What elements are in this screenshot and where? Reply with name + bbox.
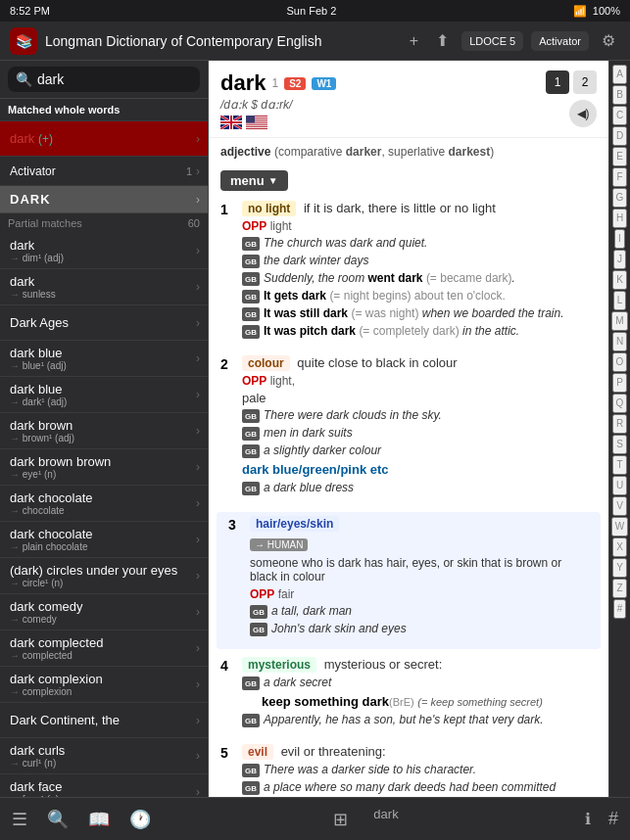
list-item[interactable]: dark → sunless › <box>0 269 208 305</box>
list-item[interactable]: dark chocolate → plain chocolate › <box>0 522 208 558</box>
matched-section-header: Matched whole words <box>0 99 208 121</box>
example-item: GB Suddenly, the room went dark (= becam… <box>242 271 597 286</box>
svg-rect-15 <box>246 127 267 128</box>
list-item[interactable]: dark complexion → complexion › <box>0 667 208 703</box>
entry-expand-button[interactable]: ⊞ <box>331 807 350 832</box>
superlative-value: darkest <box>448 145 490 159</box>
alpha-S[interactable]: S <box>612 435 627 454</box>
share-button[interactable]: ⬆ <box>431 29 454 52</box>
chevron-right-icon: › <box>196 677 200 691</box>
alpha-P[interactable]: P <box>612 373 627 393</box>
dict-selector-button[interactable]: LDOCE 5 <box>461 31 523 51</box>
example-item: GB It was pitch dark (= completely dark)… <box>242 324 597 339</box>
page-2-button[interactable]: 2 <box>573 70 597 94</box>
list-item[interactable]: dark → dim¹ (adj) › <box>0 233 208 269</box>
entry-superscript: 1 <box>271 76 278 90</box>
alpha-R[interactable]: R <box>612 414 627 434</box>
activator-count: 1 <box>186 165 192 177</box>
example-item: GB The church was dark and quiet. <box>242 236 597 251</box>
alpha-Y[interactable]: Y <box>612 558 627 578</box>
alpha-K[interactable]: K <box>612 270 627 290</box>
search-icon: 🔍 <box>16 71 32 87</box>
list-item[interactable]: dark face → face¹ (n) › <box>0 774 208 797</box>
list-item[interactable]: dark curls → curl¹ (n) › <box>0 738 208 774</box>
example-icon: GB <box>250 605 267 619</box>
chevron-right-icon: › <box>196 605 200 619</box>
chevron-right-icon: › <box>196 388 200 401</box>
chevron-right-icon: › <box>196 496 200 510</box>
alpha-O[interactable]: O <box>612 352 628 372</box>
example-item: GB Apparently, he has a son, but he's ke… <box>242 713 597 727</box>
alpha-H[interactable]: H <box>612 209 627 228</box>
list-item[interactable]: (dark) circles under your eyes → circle¹… <box>0 558 208 594</box>
comparative-value: darker <box>346 145 382 159</box>
sidebar-dark-header[interactable]: DARK › <box>0 186 208 213</box>
alpha-F[interactable]: F <box>612 167 626 187</box>
status-bar: 8:52 PM Sun Feb 2 📶 100% <box>0 0 630 22</box>
sidebar: 🔍 ✕ ⊞ Matched whole words dark (+) › Act… <box>0 61 209 797</box>
list-item[interactable]: dark comedy → comedy › <box>0 594 208 630</box>
list-item[interactable]: Dark Ages › <box>0 305 208 341</box>
definition-4: 4 mysterious mysterious or secret: GB a … <box>209 653 608 740</box>
menu-label: menu <box>230 173 265 188</box>
activator-button[interactable]: Activator <box>531 31 589 51</box>
example-icon: GB <box>242 482 260 495</box>
example-item: GB It gets dark (= night begins) about t… <box>242 289 597 303</box>
alpha-Z[interactable]: Z <box>612 579 626 598</box>
sidebar-item-dark-plus[interactable]: dark (+) › <box>0 121 208 157</box>
list-item[interactable]: Dark Continent, the › <box>0 703 208 738</box>
hamburger-menu-button[interactable]: ☰ <box>10 807 29 832</box>
keep-dark-phrase: keep something dark(BrE) (= keep somethi… <box>262 694 597 709</box>
example-item: GB a place where so many dark deeds had … <box>242 780 597 795</box>
list-item[interactable]: dark brown → brown¹ (adj) › <box>0 413 208 449</box>
alpha-G[interactable]: G <box>612 188 628 208</box>
info-button[interactable]: ℹ <box>585 810 591 828</box>
alpha-Q[interactable]: Q <box>612 394 628 413</box>
sidebar-item-dark-plus-text: dark (+) <box>10 131 196 146</box>
list-item[interactable]: dark blue → dark¹ (adj) › <box>0 377 208 413</box>
list-item[interactable]: dark chocolate → chocolate › <box>0 486 208 522</box>
alpha-V[interactable]: V <box>612 496 627 516</box>
example-icon: GB <box>242 307 260 321</box>
library-button[interactable]: 📖 <box>86 807 112 832</box>
alpha-M[interactable]: M <box>611 311 627 331</box>
settings-button[interactable]: ⚙ <box>597 29 620 52</box>
alpha-A[interactable]: A <box>612 65 627 84</box>
audio-button[interactable]: ◀) <box>569 100 597 127</box>
example-icon: GB <box>242 677 260 690</box>
alpha-J[interactable]: J <box>613 250 626 269</box>
list-item[interactable]: dark complected → complected › <box>0 630 208 667</box>
alpha-D[interactable]: D <box>612 126 627 146</box>
alpha-hash[interactable]: # <box>613 599 627 619</box>
example-item: GB a slightly darker colour <box>242 443 597 458</box>
alpha-X[interactable]: X <box>612 537 627 557</box>
alpha-I[interactable]: I <box>614 229 625 249</box>
sidebar-item-activator[interactable]: Activator 1 › <box>0 157 208 186</box>
alpha-T[interactable]: T <box>612 455 626 475</box>
hash-button[interactable]: # <box>606 807 620 831</box>
history-button[interactable]: 🕐 <box>127 807 153 832</box>
definition-2: 2 colour quite close to black in colour … <box>209 351 608 508</box>
list-item[interactable]: dark blue → blue¹ (adj) › <box>0 341 208 377</box>
menu-button[interactable]: menu ▼ <box>220 170 288 191</box>
battery-label: 100% <box>593 5 620 17</box>
chevron-right-icon: › <box>196 460 200 474</box>
alpha-N[interactable]: N <box>612 332 627 351</box>
chevron-right-icon: › <box>196 714 200 727</box>
search-input-wrap: 🔍 ✕ ⊞ <box>8 67 200 92</box>
alpha-W[interactable]: W <box>611 517 628 537</box>
alpha-E[interactable]: E <box>612 147 627 166</box>
search-toolbar-button[interactable]: 🔍 <box>45 807 71 832</box>
alpha-U[interactable]: U <box>612 476 627 495</box>
alpha-C[interactable]: C <box>612 106 627 125</box>
alpha-B[interactable]: B <box>612 85 627 105</box>
page-1-button[interactable]: 1 <box>546 70 569 94</box>
list-item[interactable]: dark brown brown → eye¹ (n) › <box>0 449 208 486</box>
alpha-L[interactable]: L <box>613 291 627 310</box>
def-tag-5: evil <box>242 744 273 760</box>
example-icon: GB <box>242 781 260 795</box>
example-icon: GB <box>242 272 260 286</box>
search-input[interactable] <box>37 71 209 87</box>
add-button[interactable]: + <box>405 30 423 52</box>
pos-label: adjective <box>220 145 270 159</box>
